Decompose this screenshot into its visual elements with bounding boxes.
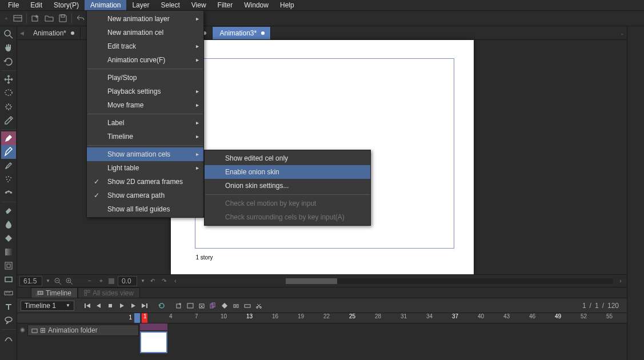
wand-tool-icon[interactable] <box>1 100 16 114</box>
animation-folder-row[interactable]: ⊞ Animation folder <box>27 325 139 336</box>
contour-tool-icon[interactable] <box>1 259 16 273</box>
rotation-value[interactable]: 0.0 <box>118 276 137 286</box>
lasso-tool-icon[interactable] <box>1 86 16 100</box>
goto-end-icon[interactable] <box>139 301 150 311</box>
pen-tool-icon[interactable] <box>1 131 16 145</box>
plus-icon[interactable]: + <box>97 277 105 285</box>
scrollbar-thumb[interactable] <box>286 278 337 284</box>
menu-item[interactable]: Show all field guides <box>87 202 203 216</box>
story-editor-icon[interactable] <box>11 12 24 25</box>
tab-scroll-left-icon[interactable]: ◀ <box>17 30 26 36</box>
tab-scroll-right-icon[interactable]: ⌄ <box>618 30 627 36</box>
doc-tab-animation[interactable]: Animation* <box>26 27 81 39</box>
menu-item[interactable]: Playback settings▸ <box>87 85 203 98</box>
new-cel-icon[interactable] <box>174 301 184 311</box>
specify-cel-icon[interactable] <box>185 301 195 311</box>
menu-item[interactable]: Show 2D camera frames✓ <box>87 175 203 189</box>
hand-tool-icon[interactable] <box>1 41 16 55</box>
fit-icon[interactable] <box>109 278 114 284</box>
magnifier-tool-icon[interactable] <box>1 27 16 41</box>
undo-icon[interactable] <box>74 12 87 25</box>
decoration-tool-icon[interactable] <box>1 186 16 200</box>
svg-point-17 <box>6 179 7 180</box>
menu-item[interactable]: Label▸ <box>87 116 203 130</box>
horizontal-scrollbar[interactable] <box>286 278 613 284</box>
timeline-ruler[interactable]: 1 1471013161922252831343740434649525558 <box>17 313 627 323</box>
rotate-ccw-icon[interactable]: ↶ <box>149 277 157 285</box>
next-frame-icon[interactable] <box>128 301 138 311</box>
menu-item[interactable]: New animation cel <box>87 26 203 39</box>
menu-item[interactable]: Show edited cel only <box>205 151 370 165</box>
menu-story[interactable]: Story(P) <box>48 0 85 10</box>
menu-edit[interactable]: Edit <box>25 0 48 10</box>
rotate-cw-icon[interactable]: ↷ <box>160 277 168 285</box>
play-icon[interactable] <box>117 301 127 311</box>
frame-tool-icon[interactable] <box>1 273 16 286</box>
menu-help[interactable]: Help <box>274 0 300 10</box>
cel-thumbnail[interactable] <box>140 331 167 353</box>
chevron-left-icon[interactable]: ‹ <box>171 277 179 285</box>
zoom-chevron-icon[interactable]: ▼ <box>46 278 50 283</box>
menu-view[interactable]: View <box>186 0 212 10</box>
blend-tool-icon[interactable] <box>1 218 16 231</box>
keyframe-add-icon[interactable] <box>219 301 230 311</box>
delete-cel-icon[interactable] <box>197 301 207 311</box>
toolbar-collapse-icon[interactable]: « <box>2 16 10 21</box>
fill-tool-icon[interactable] <box>1 231 16 245</box>
airbrush-tool-icon[interactable] <box>1 173 16 186</box>
onion-skin-icon[interactable] <box>208 301 218 311</box>
zoom-in-icon[interactable] <box>65 277 73 285</box>
zoom-timeline-out-icon[interactable] <box>242 301 253 311</box>
menu-file[interactable]: File <box>2 0 25 10</box>
menu-item[interactable]: Animation curve(F)▸ <box>87 53 203 67</box>
allsides-tab[interactable]: All sides view <box>78 287 140 298</box>
open-icon[interactable] <box>43 12 55 25</box>
menu-item[interactable]: Onion skin settings... <box>205 179 370 193</box>
balloon-tool-icon[interactable] <box>1 314 16 327</box>
text-tool-icon[interactable] <box>1 300 16 314</box>
menu-item[interactable]: Timeline▸ <box>87 130 203 143</box>
menu-item[interactable]: Play/Stop <box>87 71 203 85</box>
gradient-tool-icon[interactable] <box>1 245 16 259</box>
zoom-timeline-in-icon[interactable] <box>231 301 241 311</box>
correct-line-tool-icon[interactable] <box>1 331 16 345</box>
ruler-tool-icon[interactable] <box>1 286 16 300</box>
new-layer-icon[interactable] <box>29 12 42 25</box>
clip-icon[interactable] <box>254 301 264 311</box>
menu-filter[interactable]: Filter <box>212 0 239 10</box>
track-body[interactable] <box>140 323 627 360</box>
chevron-right-icon[interactable]: › <box>617 277 625 285</box>
eraser-tool-icon[interactable] <box>1 204 16 218</box>
menu-window[interactable]: Window <box>238 0 274 10</box>
menu-item[interactable]: New animation layer▸ <box>87 12 203 26</box>
save-icon[interactable] <box>57 12 69 25</box>
minus-icon[interactable]: − <box>86 277 94 285</box>
visibility-icon[interactable]: ◉ <box>18 325 26 333</box>
menu-item[interactable]: Enable onion skin <box>205 165 370 179</box>
menu-select[interactable]: Select <box>155 0 185 10</box>
rotate-tool-icon[interactable] <box>1 55 16 69</box>
move-tool-icon[interactable] <box>1 73 16 86</box>
eyedropper-tool-icon[interactable] <box>1 114 16 127</box>
goto-start-icon[interactable] <box>82 301 93 311</box>
zoom-value[interactable]: 61.5 <box>19 276 42 286</box>
loop-icon[interactable] <box>157 301 167 311</box>
menu-item[interactable]: Show camera path✓ <box>87 189 203 202</box>
menu-item[interactable]: Show animation cels▸ <box>87 147 203 161</box>
cel-clip[interactable] <box>140 323 167 330</box>
pencil-tool-icon[interactable] <box>1 145 16 159</box>
doc-tab-animation3[interactable]: Animation3* <box>213 27 271 39</box>
prev-frame-icon[interactable] <box>94 301 104 311</box>
menu-animation[interactable]: Animation <box>85 0 126 10</box>
timeline-selector[interactable]: Timeline 1▼ <box>21 301 74 311</box>
menu-item[interactable]: Move frame▸ <box>87 98 203 112</box>
collapse-icon[interactable]: « <box>35 291 39 298</box>
menu-layer[interactable]: Layer <box>126 0 155 10</box>
rotation-chevron-icon[interactable]: ▼ <box>141 278 145 283</box>
zoom-out-icon[interactable] <box>54 277 62 285</box>
brush-tool-icon[interactable] <box>1 159 16 173</box>
menu-item[interactable]: Edit track▸ <box>87 39 203 53</box>
menu-item[interactable]: Light table▸ <box>87 161 203 175</box>
stop-icon[interactable] <box>105 301 115 311</box>
submenu-arrow-icon: ▸ <box>196 53 199 67</box>
